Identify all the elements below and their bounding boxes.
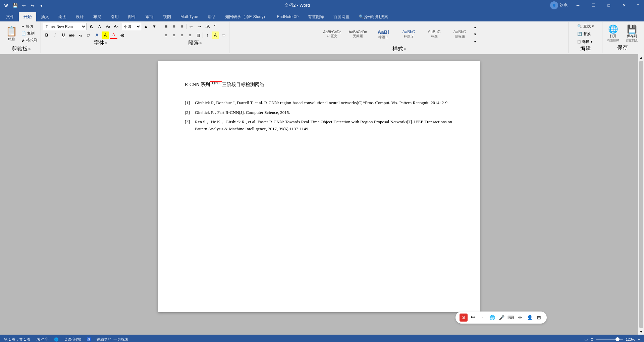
select-button[interactable]: ⬚ 选择 ▾ (575, 38, 596, 45)
style-subtitle[interactable]: AaBbC 副标题 (448, 24, 472, 45)
tab-mailings[interactable]: 邮件 (123, 12, 141, 21)
tab-estudy[interactable]: 知网研学（原E-Study） (220, 12, 272, 21)
shading-button[interactable]: A (212, 31, 219, 39)
sohu-grid-icon[interactable]: ⊞ (535, 314, 543, 321)
decrease-indent-button[interactable]: ⇐ (187, 23, 195, 30)
tab-draw[interactable]: 绘图 (54, 12, 71, 21)
font-expand-icon[interactable]: ⧉ (105, 42, 107, 45)
size-up-button[interactable]: ▲ (142, 23, 150, 30)
superscript-button[interactable]: x² (85, 31, 92, 39)
border-button[interactable]: ▭ (220, 31, 227, 39)
text-effects-button[interactable]: A (93, 31, 101, 39)
sohu-globe-icon[interactable]: 🌐 (488, 314, 496, 321)
justify-button[interactable]: ≡ (186, 31, 194, 39)
columns-button[interactable]: ▥ (195, 31, 202, 39)
replace-button[interactable]: 🔄 替换 (575, 30, 596, 38)
tab-endnote[interactable]: EndNote X9 (272, 12, 303, 21)
sohu-chinese-icon[interactable]: 中 (470, 314, 477, 321)
scroll-up-button[interactable]: ▲ (639, 54, 644, 60)
italic-button[interactable]: I (51, 31, 59, 39)
close-button[interactable]: ✕ (616, 0, 632, 11)
tab-layout[interactable]: 布局 (89, 12, 106, 21)
minimize-button[interactable]: ─ (570, 0, 586, 11)
document-page[interactable]: R-CNN 系列[1][2][3]三阶段目标检测网络 [1] Girshick … (158, 61, 480, 312)
align-left-button[interactable]: ≡ (162, 31, 170, 39)
clear-format-button[interactable]: A✕ (113, 23, 120, 30)
styles-expand-button[interactable]: ▾ (473, 38, 478, 45)
font-more-button[interactable]: ⊕ (118, 31, 126, 39)
increase-indent-button[interactable]: ⇒ (196, 23, 203, 30)
clipboard-expand-icon[interactable]: ⧉ (29, 48, 31, 51)
show-formatting-button[interactable]: ¶ (212, 23, 219, 30)
tab-home[interactable]: 开始 (19, 12, 36, 21)
tab-references[interactable]: 引用 (106, 12, 123, 21)
sohu-person-icon[interactable]: 👤 (526, 314, 533, 321)
tab-view[interactable]: 视图 (158, 12, 176, 21)
view-normal-button[interactable]: ▭ (584, 337, 588, 342)
tab-help[interactable]: 帮助 (203, 12, 220, 21)
copy-button[interactable]: 📄 复制 (20, 30, 39, 37)
save-icon[interactable]: 💾 (12, 2, 18, 8)
text-highlight-button[interactable]: A (102, 31, 109, 39)
maximize-button[interactable]: □ (601, 0, 616, 11)
styles-scroll-up-button[interactable]: ▲ (473, 23, 478, 30)
sohu-keyboard-icon[interactable]: ⌨ (507, 314, 515, 321)
translate-save-button[interactable]: 💾 保存到 百度网盘 (623, 23, 641, 44)
scroll-thumb[interactable] (639, 61, 643, 328)
font-case-button[interactable]: Aa (104, 23, 112, 30)
sohu-dot-icon[interactable]: · (479, 314, 486, 321)
style-normal[interactable]: AaBbCcDc ↵ 正文 (320, 24, 344, 45)
undo-icon[interactable]: ↩ (21, 2, 27, 8)
tab-search[interactable]: 🔍 操作说明搜索 (354, 12, 393, 21)
size-down-button[interactable]: ▼ (151, 23, 158, 30)
numbered-list-button[interactable]: ≡ (170, 23, 178, 30)
view-read-button[interactable]: ⊡ (590, 337, 593, 342)
font-color-button[interactable]: A (110, 31, 117, 39)
collapse-ribbon-icon[interactable]: ⌃ (635, 2, 641, 8)
tab-insert[interactable]: 插入 (36, 12, 54, 21)
bold-button[interactable]: B (43, 31, 50, 39)
tab-file[interactable]: 文件 (1, 12, 19, 21)
tab-baidu[interactable]: 百度网盘 (329, 12, 354, 21)
cut-button[interactable]: ✂ 剪切 (20, 23, 39, 30)
format-painter-button[interactable]: 🖌 格式刷 (20, 37, 39, 43)
bullet-list-button[interactable]: ≡ (162, 23, 170, 30)
paste-button[interactable]: 📋 粘贴 (3, 23, 19, 44)
scroll-down-button[interactable]: ▼ (639, 329, 644, 335)
multilevel-list-button[interactable]: ≡ (178, 23, 186, 30)
font-shrink-button[interactable]: A (96, 23, 103, 30)
font-size-select[interactable]: 小四 (121, 23, 141, 30)
tab-review[interactable]: 审阅 (141, 12, 158, 21)
find-button[interactable]: 🔍 查找 ▾ (575, 23, 596, 30)
zoom-in-button[interactable]: + (638, 337, 640, 341)
styles-expand-icon[interactable]: ⧉ (404, 48, 406, 51)
user-area[interactable]: 👤 刘宽 (550, 1, 568, 9)
styles-scroll-down-button[interactable]: ▼ (473, 31, 478, 38)
strikethrough-button[interactable]: abc (68, 31, 75, 39)
tab-youdao[interactable]: 有道翻译 (303, 12, 329, 21)
translate-open-button[interactable]: 🌐 打开 有道翻译 (604, 23, 622, 44)
underline-button[interactable]: U (60, 31, 67, 39)
tab-design[interactable]: 设计 (71, 12, 89, 21)
sohu-pencil-icon[interactable]: ✏ (517, 314, 524, 321)
quick-access-more-icon[interactable]: ▾ (38, 2, 44, 8)
restore-button[interactable]: ❐ (586, 0, 601, 11)
line-spacing-button[interactable]: ↕ (204, 31, 211, 39)
redo-icon[interactable]: ↪ (30, 2, 36, 8)
style-heading1[interactable]: AaBl 标题 1 (371, 24, 395, 45)
zoom-slider[interactable] (596, 339, 623, 340)
style-heading2[interactable]: AaBbC 标题 2 (397, 24, 421, 45)
font-name-select[interactable]: Times New Rom (43, 23, 87, 30)
align-right-button[interactable]: ≡ (178, 31, 186, 39)
align-center-button[interactable]: ≡ (170, 31, 178, 39)
scrollbar-right[interactable]: ▲ ▼ (638, 54, 644, 335)
style-no-spacing[interactable]: AaBbCcDc 无间距 (346, 24, 370, 45)
sort-button[interactable]: ↕A (204, 23, 211, 30)
subscript-button[interactable]: x₂ (76, 31, 84, 39)
sohu-mic-icon[interactable]: 🎤 (498, 314, 505, 321)
font-grow-button[interactable]: A (88, 23, 95, 30)
para-expand-icon[interactable]: ⧉ (200, 42, 202, 45)
tab-mathtype[interactable]: MathType (176, 12, 203, 21)
document-area[interactable]: R-CNN 系列[1][2][3]三阶段目标检测网络 [1] Girshick … (0, 54, 638, 335)
style-title[interactable]: AaBbC 标题 (422, 24, 446, 45)
